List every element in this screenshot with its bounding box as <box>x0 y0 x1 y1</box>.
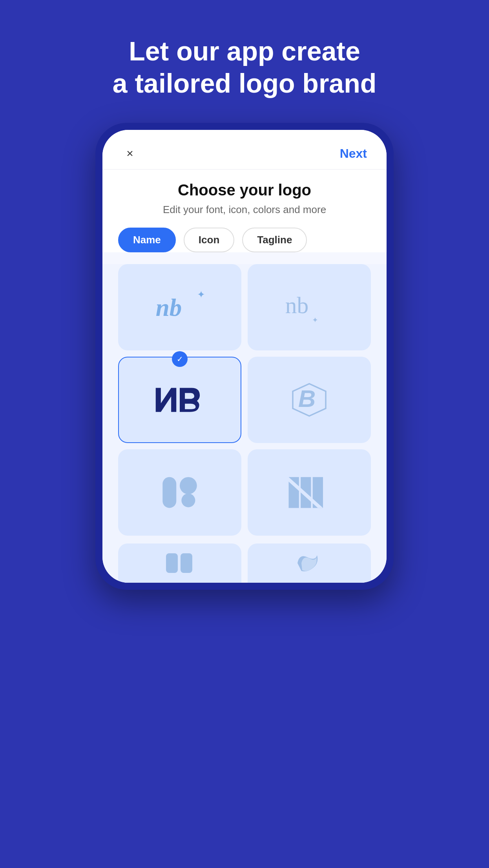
screen-title: Choose your logo <box>118 181 371 199</box>
logo-svg-1: nb ✦ <box>152 288 207 327</box>
logo-grid-bottom <box>118 543 371 583</box>
svg-rect-10 <box>181 553 192 573</box>
svg-text:nb: nb <box>156 294 182 321</box>
svg-point-8 <box>181 494 195 507</box>
logo-svg-7 <box>164 551 195 575</box>
logo-grid-wrapper: nb ✦ nb ✦ ✓ <box>102 264 387 583</box>
svg-point-7 <box>180 477 197 494</box>
logo-tabs: Name Icon Tagline <box>118 228 371 252</box>
svg-rect-9 <box>166 553 178 573</box>
svg-text:nb: nb <box>285 292 309 318</box>
tab-tagline[interactable]: Tagline <box>242 228 307 252</box>
logo-card-3[interactable]: ✓ <box>118 357 241 443</box>
svg-text:✦: ✦ <box>312 316 318 325</box>
phone-header: × Next <box>102 130 387 170</box>
phone-content: Choose your logo Edit your font, icon, c… <box>102 170 387 252</box>
logo-card-8-partial[interactable] <box>248 543 371 583</box>
logo-card-7-partial[interactable] <box>118 543 241 583</box>
logo-card-5[interactable] <box>118 449 241 536</box>
close-button[interactable]: × <box>122 146 138 161</box>
svg-text:B: B <box>298 386 316 412</box>
logo-card-2[interactable]: nb ✦ <box>248 264 371 350</box>
logo-card-4[interactable]: B <box>248 357 371 443</box>
logo-svg-5 <box>152 473 207 512</box>
logo-card-1[interactable]: nb ✦ <box>118 264 241 350</box>
logo-svg-6 <box>282 473 337 512</box>
svg-text:✦: ✦ <box>197 290 205 300</box>
phone-screen: × Next Choose your logo Edit your font, … <box>102 130 387 583</box>
tab-icon[interactable]: Icon <box>184 228 234 252</box>
selected-badge: ✓ <box>172 351 188 367</box>
tab-name[interactable]: Name <box>118 228 176 252</box>
logo-svg-3 <box>152 380 207 419</box>
logo-svg-2: nb ✦ <box>282 288 337 327</box>
screen-subtitle: Edit your font, icon, colors and more <box>118 204 371 216</box>
logo-grid: nb ✦ nb ✦ ✓ <box>118 264 371 543</box>
logo-svg-8 <box>294 551 325 575</box>
logo-card-6[interactable] <box>248 449 371 536</box>
svg-rect-6 <box>162 477 176 508</box>
page-title: Let our app create a tailored logo brand <box>73 35 416 99</box>
next-button[interactable]: Next <box>340 146 367 161</box>
phone-frame: × Next Choose your logo Edit your font, … <box>95 123 394 590</box>
logo-svg-4: B <box>282 380 337 419</box>
